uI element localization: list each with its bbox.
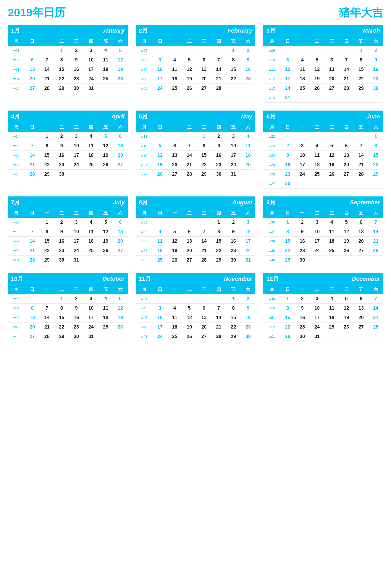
week-label: w34 [136, 246, 153, 256]
calendar-day: 31 [280, 93, 295, 103]
calendar-day: 18 [98, 65, 113, 74]
calendar-day: 25 [310, 170, 324, 179]
calendar-day: 10 [69, 227, 84, 237]
calendar-day: 21 [368, 313, 383, 322]
calendar-day: 22 [54, 74, 69, 84]
calendar-day [354, 132, 368, 141]
day-header-日: 日 [25, 37, 40, 46]
calendar-day [84, 256, 98, 265]
calendar-day: 17 [69, 237, 84, 246]
calendar-day: 1 [226, 294, 241, 304]
calendar-day: 3 [69, 218, 84, 227]
calendar-day: 22 [197, 160, 211, 170]
calendar-day: 7 [368, 218, 383, 227]
calendar-day: 10 [310, 227, 324, 237]
calendar-day: 9 [241, 55, 255, 65]
week-label: w46 [136, 313, 153, 322]
day-header-三: 三 [324, 123, 339, 132]
calendar-day [368, 332, 383, 341]
calendar-day: 13 [354, 304, 368, 313]
calendar-day: 7 [40, 304, 54, 313]
calendar-day: 29 [280, 256, 295, 265]
calendar-day: 30 [280, 179, 295, 189]
day-header-二: 二 [182, 209, 197, 218]
week-label: w10 [263, 55, 280, 65]
calendar-day: 15 [197, 151, 211, 160]
calendar-day: 2 [241, 46, 255, 55]
calendar-day: 17 [84, 313, 98, 322]
calendar-day: 4 [98, 46, 113, 55]
week-label: w22 [136, 170, 153, 179]
calendar-day: 8 [54, 304, 69, 313]
calendar-day [310, 179, 324, 189]
calendar-day: 8 [40, 227, 54, 237]
calendar-day: 24 [84, 74, 98, 84]
calendar-day: 7 [368, 294, 383, 304]
calendar-day: 21 [368, 237, 383, 246]
week-col-header: 周 [136, 37, 153, 46]
day-header-日: 日 [280, 209, 295, 218]
calendar-day: 8 [197, 141, 211, 151]
table-row: w3815161718192021 [263, 237, 383, 246]
calendar-day: 15 [54, 313, 69, 322]
month-cn-label: 4月 [11, 113, 20, 121]
calendar-day: 1 [280, 218, 295, 227]
calendar-day: 8 [354, 55, 368, 65]
cal-table-3: 周日一二三四五六w0912w103456789w1110111213141516… [263, 37, 383, 103]
table-row: w2516171819202122 [263, 160, 383, 170]
calendar-day: 5 [113, 46, 128, 55]
calendar-day: 28 [339, 84, 354, 93]
calendar-day: 14 [182, 151, 197, 160]
calendar-day: 28 [25, 170, 40, 179]
week-label: w04 [8, 74, 25, 84]
calendar-day: 6 [197, 55, 211, 65]
calendar-day: 14 [25, 237, 40, 246]
calendar-day: 3 [153, 55, 167, 65]
calendar-day: 19 [153, 160, 167, 170]
calendar-day: 10 [84, 304, 98, 313]
week-label: w45 [136, 304, 153, 313]
table-row: w2730 [263, 179, 383, 189]
week-col-header: 周 [263, 209, 280, 218]
calendar-day: 17 [280, 74, 295, 84]
calendar-day: 30 [69, 84, 84, 93]
month-en-label: May [241, 113, 252, 120]
calendar-day: 27 [197, 84, 211, 93]
week-label: w43 [8, 322, 25, 332]
day-header-五: 五 [354, 123, 368, 132]
calendar-day: 7 [182, 141, 197, 151]
table-row: w491234567 [263, 294, 383, 304]
calendar-day: 27 [324, 84, 339, 93]
month-block-12: 12月December周日一二三四五六w491234567w5089101112… [263, 273, 383, 341]
calendar-day: 4 [324, 218, 339, 227]
month-block-1: 1月January周日一二三四五六w0112345w026789101112w0… [8, 25, 128, 103]
day-header-一: 一 [167, 37, 182, 46]
calendar-day: 6 [354, 218, 368, 227]
calendar-day: 21 [40, 322, 54, 332]
calendar-day: 23 [69, 322, 84, 332]
week-label: w24 [263, 151, 280, 160]
calendar-day: 9 [368, 55, 383, 65]
table-row: w4412 [136, 294, 256, 304]
calendar-day: 23 [241, 322, 255, 332]
calendar-day: 27 [25, 84, 40, 93]
day-header-三: 三 [69, 37, 84, 46]
day-header-一: 一 [40, 123, 54, 132]
month-block-6: 6月June周日一二三四五六w221w232345678w24910111213… [263, 111, 383, 189]
table-row: w01293031 [263, 332, 383, 341]
calendar-day: 31 [310, 332, 324, 341]
calendar-day: 18 [98, 313, 113, 322]
day-header-二: 二 [310, 209, 324, 218]
calendar-day: 26 [98, 160, 113, 170]
calendar-day: 8 [40, 141, 54, 151]
week-label: w41 [8, 304, 25, 313]
calendar-day: 2 [54, 218, 69, 227]
day-header-二: 二 [182, 37, 197, 46]
calendar-day: 29 [368, 170, 383, 179]
calendar-day: 16 [295, 237, 310, 246]
calendar-day: 21 [197, 246, 211, 256]
calendar-day: 19 [98, 151, 113, 160]
day-header-一: 一 [40, 285, 54, 294]
calendar-day [310, 46, 324, 55]
week-label: w21 [136, 160, 153, 170]
